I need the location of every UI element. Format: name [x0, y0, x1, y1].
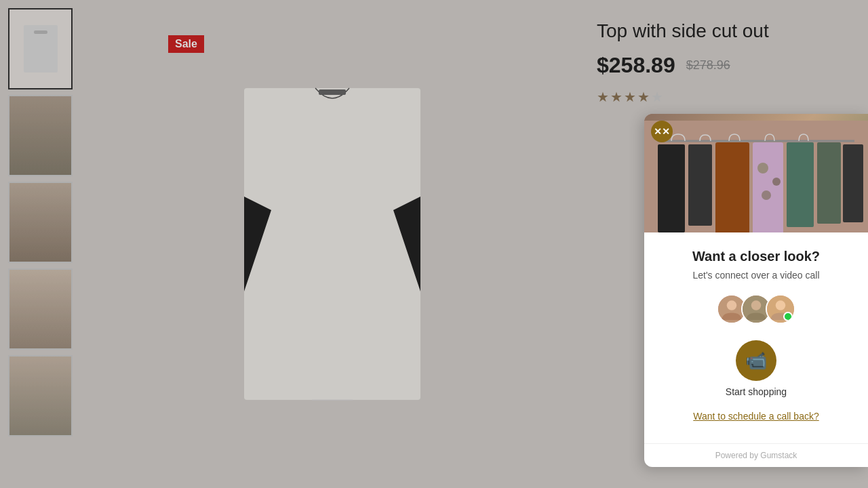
close-icon: ✕ [662, 126, 670, 137]
svg-rect-16 [843, 144, 863, 222]
agent-avatar-3 [766, 294, 795, 324]
svg-rect-10 [753, 142, 783, 232]
popup-subtitle: Let's connect over a video call [658, 270, 854, 281]
svg-rect-9 [715, 142, 749, 232]
svg-point-20 [751, 300, 762, 310]
popup-header-image: ✕ [644, 114, 868, 232]
svg-rect-14 [787, 142, 814, 227]
svg-rect-7 [658, 144, 685, 232]
video-camera-icon: 📹 [745, 350, 767, 371]
svg-point-11 [757, 163, 768, 174]
svg-point-22 [776, 300, 786, 310]
svg-point-13 [762, 190, 771, 200]
svg-point-12 [772, 178, 781, 186]
powered-by-footer: Powered by Gumstack [644, 443, 868, 467]
video-call-section: 📹 Start shopping [658, 340, 854, 397]
popup-title: Want a closer look? [658, 249, 854, 264]
popup-body: Want a closer look? Let's connect over a… [644, 232, 868, 443]
start-shopping-label: Start shopping [726, 386, 787, 397]
popup-close-button[interactable]: ✕ [651, 121, 673, 142]
video-call-popup: ✕ Want a closer look? Let's connect over… [644, 114, 868, 467]
schedule-callback-link[interactable]: Want to schedule a call back? [658, 411, 854, 422]
svg-rect-8 [688, 144, 712, 226]
start-shopping-button[interactable]: 📹 [736, 340, 776, 381]
agent-avatars [658, 294, 854, 324]
svg-rect-15 [817, 142, 841, 224]
svg-point-18 [727, 300, 737, 310]
clothes-rack-image [644, 114, 868, 232]
online-indicator [785, 314, 793, 321]
